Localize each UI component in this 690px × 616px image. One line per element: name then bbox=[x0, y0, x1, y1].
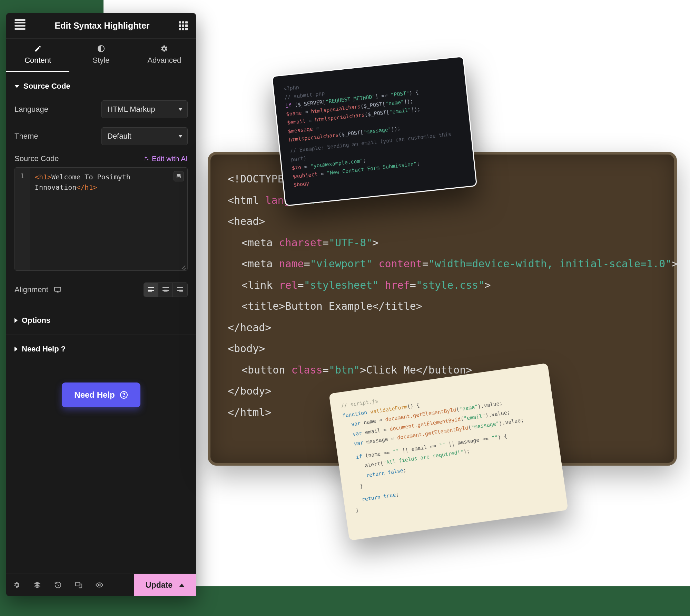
section-need-help[interactable]: Need Help ? bbox=[14, 343, 188, 355]
theme-select[interactable]: Default bbox=[101, 127, 188, 145]
svg-point-16 bbox=[124, 396, 124, 397]
section-source-code[interactable]: Source Code bbox=[14, 82, 188, 91]
contrast-icon bbox=[97, 45, 105, 52]
settings-button[interactable] bbox=[6, 574, 27, 596]
svg-rect-8 bbox=[164, 289, 167, 289]
floating-card-js: // script.js function validateForm() { v… bbox=[329, 363, 568, 541]
svg-rect-3 bbox=[148, 287, 154, 288]
tab-advanced[interactable]: Advanced bbox=[133, 39, 196, 72]
eye-icon bbox=[96, 581, 103, 589]
theme-value: Default bbox=[107, 132, 131, 140]
tab-content[interactable]: Content bbox=[6, 39, 69, 72]
dynamic-tags-button[interactable] bbox=[174, 171, 184, 181]
tab-style[interactable]: Style bbox=[69, 39, 132, 72]
align-left-button[interactable] bbox=[144, 283, 158, 297]
alignment-group bbox=[144, 282, 188, 297]
align-center-button[interactable] bbox=[158, 283, 173, 297]
gutter: 1 bbox=[15, 168, 30, 270]
code-line: <?php bbox=[283, 84, 299, 92]
update-button-label: Update bbox=[146, 580, 172, 590]
need-help-label: Need Help ? bbox=[22, 345, 66, 354]
alignment-label: Alignment bbox=[14, 285, 48, 294]
svg-rect-2 bbox=[55, 287, 61, 291]
need-help-button[interactable]: Need Help bbox=[62, 382, 140, 407]
section-title: Source Code bbox=[23, 82, 70, 91]
svg-rect-13 bbox=[177, 290, 183, 291]
tabs: Content Style Advanced bbox=[6, 39, 196, 72]
devices-icon bbox=[75, 581, 82, 589]
database-icon bbox=[176, 173, 181, 179]
caret-right-icon bbox=[14, 318, 18, 323]
svg-rect-12 bbox=[179, 289, 183, 289]
align-center-icon bbox=[162, 287, 169, 292]
svg-rect-11 bbox=[177, 287, 183, 288]
sparkle-icon bbox=[143, 156, 149, 162]
svg-rect-9 bbox=[162, 290, 169, 291]
svg-rect-14 bbox=[179, 291, 183, 292]
pencil-icon bbox=[34, 45, 42, 52]
panel-title: Edit Syntax Highlighter bbox=[55, 21, 149, 31]
resize-handle-icon[interactable] bbox=[181, 264, 186, 269]
apps-grid-icon[interactable] bbox=[179, 21, 188, 30]
layers-icon bbox=[33, 581, 41, 589]
panel-footer: Update bbox=[6, 574, 196, 596]
gear-icon bbox=[160, 45, 168, 52]
svg-rect-6 bbox=[148, 291, 152, 292]
navigator-button[interactable] bbox=[27, 574, 48, 596]
chevron-up-icon bbox=[179, 584, 184, 587]
desktop-icon[interactable] bbox=[54, 287, 61, 293]
source-code-label: Source Code bbox=[14, 154, 59, 163]
question-circle-icon bbox=[120, 391, 128, 399]
notification-dot-icon bbox=[14, 19, 26, 21]
edit-with-ai-button[interactable]: Edit with AI bbox=[143, 155, 188, 163]
align-right-icon bbox=[177, 287, 183, 292]
menu-icon[interactable] bbox=[14, 22, 26, 30]
code-area[interactable]: <h1>Welcome To Posimyth Innovation</h1> bbox=[30, 168, 187, 270]
gear-icon bbox=[13, 581, 20, 589]
history-icon bbox=[54, 581, 62, 589]
language-value: HTML Markup bbox=[107, 105, 155, 113]
svg-rect-10 bbox=[164, 291, 167, 292]
theme-label: Theme bbox=[14, 132, 38, 141]
svg-point-19 bbox=[98, 584, 100, 586]
tab-label: Style bbox=[93, 56, 110, 64]
caret-right-icon bbox=[14, 347, 18, 351]
preview-button[interactable] bbox=[89, 574, 110, 596]
align-right-button[interactable] bbox=[173, 283, 187, 297]
code-tag-close: </h1> bbox=[76, 183, 97, 191]
source-code-editor[interactable]: 1 <h1>Welcome To Posimyth Innovation</h1… bbox=[14, 167, 188, 271]
editor-panel: Edit Syntax Highlighter Content Style Ad… bbox=[6, 13, 196, 596]
align-left-icon bbox=[148, 287, 154, 292]
floating-card-php: <?php // submit.php if ($_SERVER["REQUES… bbox=[272, 56, 477, 206]
tab-label: Content bbox=[24, 56, 51, 64]
svg-rect-5 bbox=[148, 290, 154, 291]
responsive-button[interactable] bbox=[68, 574, 89, 596]
options-label: Options bbox=[22, 316, 50, 325]
section-options[interactable]: Options bbox=[14, 315, 188, 326]
line-number: 1 bbox=[20, 172, 24, 180]
tab-label: Advanced bbox=[147, 56, 181, 64]
need-help-button-label: Need Help bbox=[74, 390, 115, 400]
panel-header: Edit Syntax Highlighter bbox=[6, 13, 196, 39]
edit-ai-label: Edit with AI bbox=[152, 155, 188, 163]
code-tag-open: <h1> bbox=[35, 173, 51, 181]
language-select[interactable]: HTML Markup bbox=[101, 100, 188, 118]
update-button[interactable]: Update bbox=[134, 574, 196, 596]
history-button[interactable] bbox=[48, 574, 68, 596]
svg-rect-7 bbox=[162, 287, 169, 288]
svg-rect-4 bbox=[148, 289, 152, 289]
caret-down-icon bbox=[14, 85, 19, 88]
language-label: Language bbox=[14, 105, 48, 114]
